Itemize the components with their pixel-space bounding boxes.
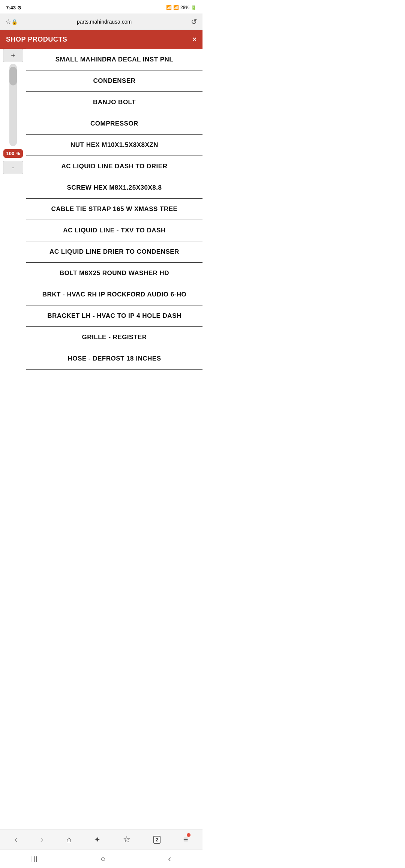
status-bar: 7:43 ⊙ 📶 📶 28% 🔋 [0,0,202,13]
list-item[interactable]: BOLT M6X25 ROUND WASHER HD [26,263,202,284]
zoom-out-button[interactable]: - [3,161,23,174]
list-item[interactable]: SMALL MAHINDRA DECAL INST PNL [26,49,202,70]
status-icons: 📶 📶 28% 🔋 [166,5,196,10]
wifi-icon: 📶 [166,5,172,10]
list-item[interactable]: COMPRESSOR [26,113,202,135]
reload-icon[interactable]: ↺ [191,17,197,26]
zoom-controls: + 100 % - [0,49,26,174]
shop-header-title: SHOP PRODUCTS [6,36,67,43]
browser-bar: ☆ 🔒 parts.mahindrausa.com ↺ [0,13,202,30]
shop-close-button[interactable]: × [192,36,196,43]
url-display[interactable]: parts.mahindrausa.com [18,19,191,25]
list-item[interactable]: CABLE TIE STRAP 165 W XMASS TREE [26,199,202,220]
list-item[interactable]: AC LIQUID LINE - TXV TO DASH [26,220,202,241]
zoom-in-button[interactable]: + [3,49,23,62]
list-item[interactable]: NUT HEX M10X1.5X8X8XZN [26,135,202,156]
list-item[interactable]: BANJO BOLT [26,92,202,113]
zoom-slider-track[interactable] [9,64,17,146]
list-item[interactable]: AC LIQUID LINE DRIER TO CONDENSER [26,241,202,263]
content-area: + 100 % - SMALL MAHINDRA DECAL INST PNLC… [0,49,202,370]
list-item[interactable]: GRILLE - REGISTER [26,327,202,348]
favorite-icon[interactable]: ☆ [5,18,11,26]
list-item[interactable]: CONDENSER [26,70,202,92]
list-item[interactable]: SCREW HEX M8X1.25X30X8.8 [26,177,202,199]
shop-header: SHOP PRODUCTS × [0,30,202,49]
status-time-icon: ⊙ [17,5,21,10]
zoom-level-badge: 100 % [3,149,23,158]
product-list: SMALL MAHINDRA DECAL INST PNLCONDENSERBA… [26,49,202,370]
list-item[interactable]: HOSE - DEFROST 18 INCHES [26,348,202,370]
lock-icon: 🔒 [11,19,18,25]
zoom-slider-thumb[interactable] [9,67,17,85]
battery-icon: 🔋 [191,5,196,10]
status-time: 7:43 ⊙ [6,5,21,10]
battery-text: 28% [180,5,189,10]
signal-icon: 📶 [173,5,179,10]
list-item[interactable]: AC LIQUID LINE DASH TO DRIER [26,156,202,177]
list-item[interactable]: BRACKET LH - HVAC TO IP 4 HOLE DASH [26,305,202,327]
list-item[interactable]: BRKT - HVAC RH IP ROCKFORD AUDIO 6-HO [26,284,202,305]
